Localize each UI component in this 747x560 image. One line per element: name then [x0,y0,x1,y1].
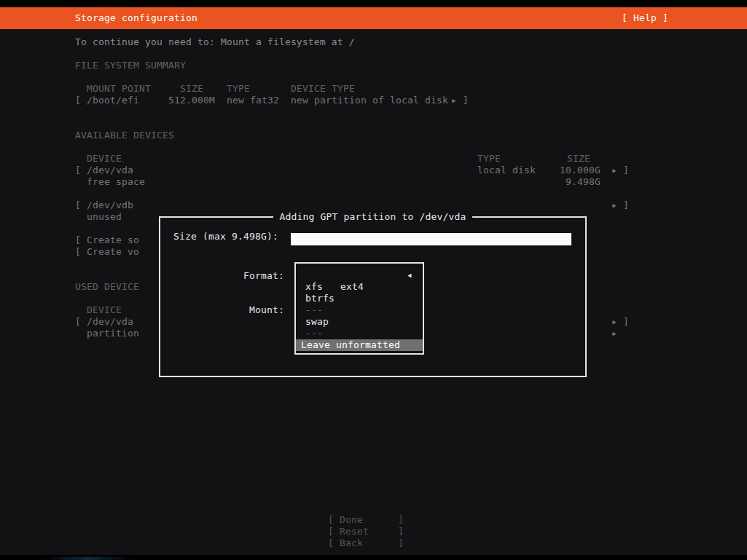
bracket-open: [ [75,316,81,328]
available-devices-heading: AVAILABLE DEVICES [75,130,174,141]
bracket-open: [ [328,514,334,526]
col-type: TYPE [477,153,501,165]
device-row-vdb[interactable]: [ /dev/vdb ▸ ] [75,200,629,211]
continue-requirement-text: To continue you need to: Mount a filesys… [75,36,355,48]
device-row-vda-free-space[interactable]: free space 9.498G [75,176,629,188]
size-value: 512.000M [168,95,215,106]
format-option-xfs[interactable]: xfs [296,281,423,293]
col-device: DEVICE [87,304,122,316]
col-mount-point: MOUNT POINT [87,83,151,95]
bracket-open: [ [328,526,334,537]
bracket-close: ] [398,514,404,526]
row-expand-arrow-icon: ▸ [451,95,457,106]
format-option-ext4[interactable]: ext4 ◂ [296,269,423,281]
format-option-separator: --- [296,304,423,316]
dialog-title: Adding GPT partition to /dev/vda [160,211,585,223]
col-device: DEVICE [87,153,122,165]
row-expand-arrow-icon: ▸ [611,316,617,328]
free-space-size: 9.498G [566,176,601,188]
bracket-close: ] [398,526,404,537]
format-option-btrfs[interactable]: btrfs [296,293,423,304]
bottom-edge-artifact [44,557,131,560]
bracket-open: [ [328,537,334,549]
done-button[interactable]: [ Done ] [328,514,404,526]
bracket-open: [ [75,165,81,176]
page-title: Storage configuration [75,7,197,19]
device-name: /dev/vda [87,165,133,176]
row-expand-arrow-icon: ▸ [611,165,617,176]
fs-summary-row-boot-efi[interactable]: [ /boot/efi 512.000M new fat32 new parti… [75,95,483,106]
col-size: SIZE [567,153,590,165]
bracket-close: ] [463,95,469,106]
size-label: Size (max 9.498G): [173,231,278,242]
file-system-summary-heading: FILE SYSTEM SUMMARY [75,60,186,71]
create-software-raid-button[interactable]: [ Create so [75,234,139,246]
row-expand-arrow-icon: ▸ [611,200,617,211]
format-option-separator: --- [296,328,423,339]
format-option-swap[interactable]: swap [296,316,423,328]
device-name: /dev/vda [87,316,133,328]
bracket-close: ] [623,200,629,211]
format-dropdown: ext4 ◂ xfs btrfs --- swap --- Leave unfo… [294,262,424,355]
create-volume-group-button[interactable]: [ Create vo [75,246,139,258]
format-option-leave-unformatted[interactable]: Leave unformatted [296,339,423,351]
format-label: Format: [243,270,284,282]
bracket-close: ] [398,537,404,549]
title-bar: Storage configuration [ Help ] [0,7,747,29]
bracket-open: [ [75,95,81,106]
help-button[interactable]: [ Help ] [622,7,668,19]
mount-point-value: /boot/efi [87,95,139,106]
device-type: local disk [477,165,536,176]
reset-button-label: Reset [340,526,369,537]
mount-label: Mount: [249,304,284,316]
reset-button[interactable]: [ Reset ] [328,526,404,537]
device-size: 10.000G [560,165,601,176]
used-devices-heading: USED DEVICE [75,281,139,293]
selected-option-marker-icon: ◂ [407,269,412,281]
col-size: SIZE [180,83,203,95]
fs-summary-header-row: MOUNT POINT SIZE TYPE DEVICE TYPE [75,83,483,95]
type-value: new fat32 [227,95,279,106]
back-button[interactable]: [ Back ] [328,537,404,549]
row-expand-arrow-icon: ▸ [611,328,617,339]
top-black-strip [0,0,747,7]
col-device-type: DEVICE TYPE [291,83,355,95]
partition-label: partition [87,328,139,339]
col-type: TYPE [227,83,250,95]
device-type-value: new partition of local disk [291,95,448,106]
device-name: /dev/vdb [87,200,133,211]
device-row-vda[interactable]: [ /dev/vda local disk 10.000G ▸ ] [75,165,629,176]
done-button-label: Done [340,514,363,526]
device-vdb-status: unused [87,211,122,223]
size-input[interactable] [291,233,571,245]
available-devices-header-row: DEVICE TYPE SIZE [75,153,629,165]
bracket-open: [ [75,200,81,211]
add-gpt-partition-dialog: Adding GPT partition to /dev/vda Size (m… [159,216,587,377]
free-space-label: free space [87,176,145,188]
bracket-close: ] [623,316,629,328]
back-button-label: Back [340,537,363,549]
bracket-close: ] [623,165,629,176]
